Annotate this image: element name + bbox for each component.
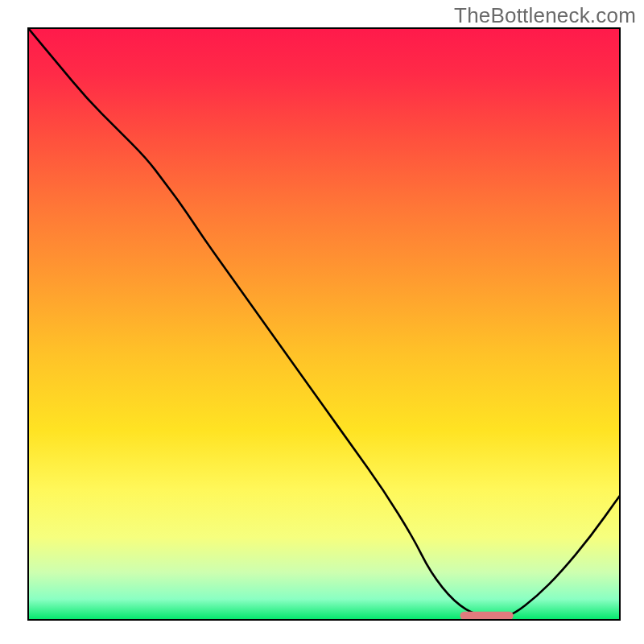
chart-container: TheBottleneck.com — [0, 0, 644, 644]
optimal-range-marker — [460, 612, 514, 620]
bottleneck-chart — [0, 0, 644, 644]
watermark-text: TheBottleneck.com — [454, 3, 636, 28]
plot-background-gradient — [28, 28, 620, 620]
